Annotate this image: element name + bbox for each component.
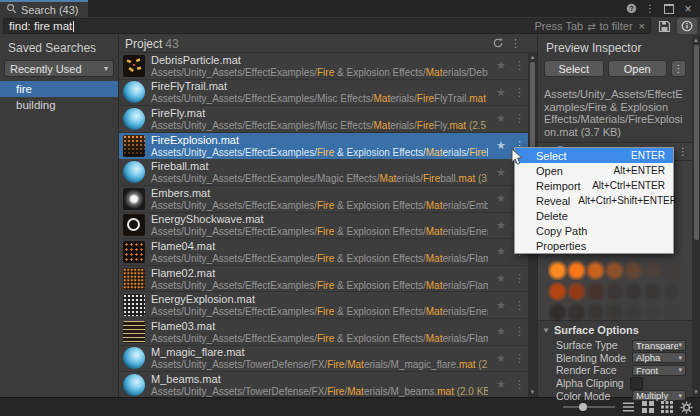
item-menu-icon[interactable]: ⋮: [514, 378, 524, 391]
toggle-inspector-button[interactable]: [677, 18, 697, 34]
favorite-star-icon[interactable]: ★: [494, 86, 508, 99]
menu-item-select[interactable]: SelectENTER: [515, 148, 673, 163]
panel-menu-icon[interactable]: ⋮: [510, 37, 521, 50]
clear-search-icon[interactable]: ×: [639, 20, 645, 32]
item-menu-icon[interactable]: ⋮: [514, 59, 524, 72]
menu-item-open[interactable]: OpenAlt+ENTER: [515, 163, 673, 178]
saved-searches-sort-dropdown[interactable]: Recently Used ▾: [4, 60, 114, 77]
favorite-star-icon[interactable]: ★: [494, 112, 508, 125]
tab-search[interactable]: Search (43): [0, 0, 88, 17]
scroll-up-icon[interactable]: ▲: [528, 53, 537, 61]
file-path: Assets/Unity_Assets/EffectExamples/Fire …: [151, 253, 488, 264]
file-info: M_beams.matAssets/Unity_Assets/TowerDefe…: [151, 373, 488, 397]
favorite-star-icon[interactable]: ★: [494, 378, 508, 391]
fire-sprite: [662, 301, 681, 322]
select-button[interactable]: Select: [544, 60, 604, 77]
slider-thumb[interactable]: [579, 403, 587, 411]
fire-sprite: [586, 259, 605, 280]
svg-text:?: ?: [629, 4, 634, 13]
favorite-star-icon[interactable]: ★: [494, 166, 508, 179]
favorite-star-icon[interactable]: ★: [494, 272, 508, 285]
list-item[interactable]: EnergyShockwave.matAssets/Unity_Assets/E…: [119, 213, 528, 240]
item-menu-icon[interactable]: ⋮: [514, 352, 524, 365]
list-item[interactable]: Fireball.matAssets/Unity_Assets/EffectEx…: [119, 159, 528, 186]
favorite-star-icon[interactable]: ★: [494, 352, 508, 365]
menu-item-properties[interactable]: Properties: [515, 238, 673, 253]
list-item[interactable]: DebrisParticle.matAssets/Unity_Assets/Ef…: [119, 53, 528, 80]
alpha-clipping-checkbox[interactable]: [630, 377, 643, 390]
favorite-star-icon[interactable]: ★: [494, 59, 508, 72]
item-menu-icon[interactable]: ⋮: [514, 272, 524, 285]
favorite-star-icon[interactable]: ★: [494, 299, 508, 312]
property-row: Color ModeMultiply▾: [538, 389, 692, 402]
menu-item-delete[interactable]: Delete: [515, 208, 673, 223]
menu-item-shortcut: Alt+ENTER: [606, 165, 665, 176]
menu-item-reimport[interactable]: ReimportAlt+Ctrl+ENTER: [515, 178, 673, 193]
favorite-star-icon[interactable]: ★: [494, 139, 508, 152]
favorite-star-icon[interactable]: ★: [494, 325, 508, 338]
list-item[interactable]: M_beams.matAssets/Unity_Assets/TowerDefe…: [119, 372, 528, 397]
blending-mode-dropdown[interactable]: Alpha▾: [632, 352, 686, 363]
list-item[interactable]: EnergyExplosion.matAssets/Unity_Assets/E…: [119, 292, 528, 319]
open-button[interactable]: Open: [608, 60, 668, 77]
tab-title: Search (43): [21, 4, 78, 16]
item-menu-icon[interactable]: ⋮: [514, 299, 524, 312]
ember-dot-icon: [123, 188, 145, 210]
thumbnail-size-slider[interactable]: [563, 406, 615, 408]
foldout-icon[interactable]: ▼: [542, 326, 550, 335]
list-item[interactable]: Flame02.matAssets/Unity_Assets/EffectExa…: [119, 266, 528, 293]
list-item[interactable]: FireFly.matAssets/Unity_Assets/EffectExa…: [119, 106, 528, 133]
favorite-star-icon[interactable]: ★: [494, 219, 508, 232]
fire-sprite: [567, 280, 586, 301]
file-info: Flame03.matAssets/Unity_Assets/EffectExa…: [151, 320, 488, 344]
list-item[interactable]: M_magic_flare.matAssets/Unity_Assets/Tow…: [119, 346, 528, 373]
maximize-icon[interactable]: [661, 1, 677, 16]
menu-item-shortcut: Alt+Ctrl+ENTER: [584, 180, 665, 191]
inspector-scrollbar-thumb[interactable]: [694, 45, 699, 240]
save-icon: [658, 20, 671, 33]
debris-particles-icon: [123, 55, 145, 77]
menu-item-shortcut: ENTER: [623, 150, 665, 161]
property-row: Surface TypeTransparent▾: [538, 339, 692, 352]
file-info: Fireball.matAssets/Unity_Assets/EffectEx…: [151, 160, 488, 184]
item-menu-icon[interactable]: ⋮: [514, 112, 524, 125]
favorite-star-icon[interactable]: ★: [494, 192, 508, 205]
favorite-star-icon[interactable]: ★: [494, 245, 508, 258]
list-item[interactable]: FireExplosion.matAssets/Unity_Assets/Eff…: [119, 133, 528, 160]
list-item[interactable]: Embers.matAssets/Unity_Assets/EffectExam…: [119, 186, 528, 213]
saved-search-item-building[interactable]: building: [0, 97, 118, 113]
settings-gear-icon[interactable]: [680, 401, 693, 414]
title-bar: Search (43) ? ⋮ ×: [0, 0, 700, 17]
list-item[interactable]: FireFlyTrail.matAssets/Unity_Assets/Effe…: [119, 80, 528, 107]
help-icon[interactable]: ?: [623, 1, 639, 16]
menu-item-label: Reveal: [536, 195, 570, 207]
list-item[interactable]: Flame04.matAssets/Unity_Assets/EffectExa…: [119, 239, 528, 266]
color-mode-dropdown[interactable]: Multiply▾: [632, 390, 686, 401]
list-item[interactable]: Flame03.matAssets/Unity_Assets/EffectExa…: [119, 319, 528, 346]
surface-type-dropdown[interactable]: Transparent▾: [632, 340, 686, 351]
item-menu-icon[interactable]: ⋮: [514, 325, 524, 338]
save-search-button[interactable]: [654, 18, 674, 34]
menu-item-copy-path[interactable]: Copy Path: [515, 223, 673, 238]
search-toolbar: find: fire mat Press Tab ⇄ to filter ×: [0, 17, 700, 35]
menu-item-reveal[interactable]: RevealAlt+Ctrl+Shift+ENTER: [515, 193, 673, 208]
close-icon[interactable]: ×: [680, 1, 696, 16]
grid-large-view-icon[interactable]: [661, 401, 673, 413]
scroll-up-icon[interactable]: ▲: [692, 36, 700, 44]
refresh-icon[interactable]: [492, 35, 504, 53]
text-caret: [73, 21, 74, 32]
material-menu-icon[interactable]: ⋮: [678, 146, 688, 157]
inspector-menu-button[interactable]: ⋮: [671, 60, 686, 77]
window-menu-icon[interactable]: ⋮: [642, 1, 658, 16]
item-menu-icon[interactable]: ⋮: [514, 86, 524, 99]
grid-small-view-icon[interactable]: [642, 401, 654, 413]
scroll-down-icon[interactable]: ▼: [692, 388, 700, 396]
inspector-scrollbar[interactable]: ▲ ▼: [692, 35, 700, 397]
file-name: EnergyShockwave.mat: [151, 213, 488, 226]
dropdown-value: Front: [636, 365, 678, 376]
list-view-icon[interactable]: [622, 401, 635, 413]
saved-search-item-fire[interactable]: fire: [0, 81, 118, 97]
scroll-down-icon[interactable]: ▼: [528, 388, 537, 396]
search-input[interactable]: find: fire mat Press Tab ⇄ to filter ×: [3, 18, 651, 34]
render-face-dropdown[interactable]: Front▾: [632, 365, 686, 376]
